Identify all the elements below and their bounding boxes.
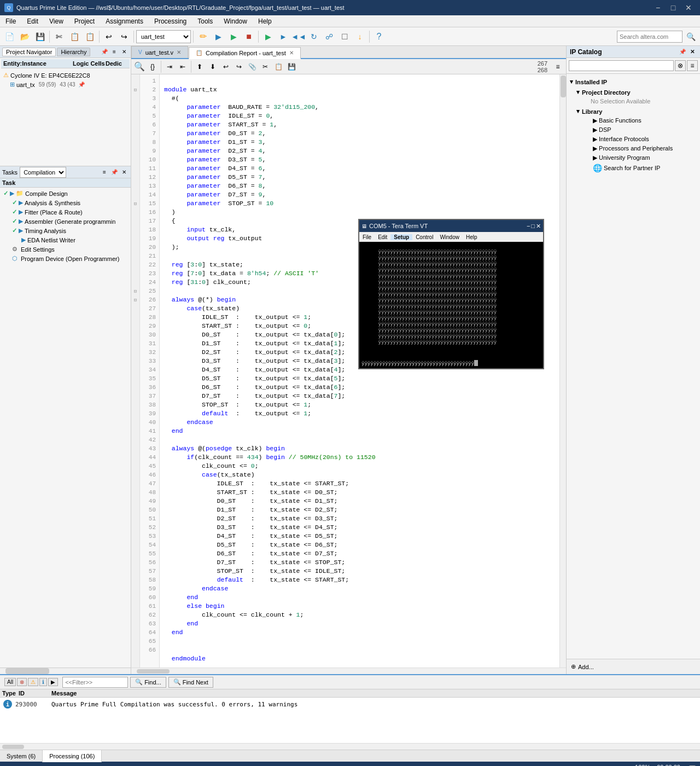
- tt-content[interactable]: ÿÿÿÿÿÿÿÿÿÿÿÿÿÿÿÿÿÿÿÿÿÿÿÿÿÿÿÿÿÿÿÿÿÿÿÿÿÿÿÿ…: [359, 242, 543, 368]
- fold-25[interactable]: ⊟: [131, 287, 139, 295]
- save-button[interactable]: 💾: [33, 30, 47, 44]
- paste-button[interactable]: 📋: [83, 30, 97, 44]
- messages-scrollbar[interactable]: [0, 743, 700, 750]
- fast-fwd-button[interactable]: ◄◄: [291, 30, 306, 44]
- menu-help[interactable]: Help: [253, 15, 277, 27]
- download-button[interactable]: ↓: [353, 30, 367, 44]
- assembler-item[interactable]: ✓ ▶ Assembler (Generate programmin: [1, 217, 130, 226]
- left-scrollbar[interactable]: [0, 668, 131, 674]
- et-back-btn[interactable]: ↩: [220, 61, 232, 73]
- timing-item[interactable]: ✓ ▶ Timing Analysis: [1, 226, 130, 235]
- tt-menu-edit[interactable]: Edit: [375, 234, 390, 240]
- warning-filter-btn[interactable]: ⚠: [28, 678, 38, 686]
- menu-processing[interactable]: Processing: [149, 15, 192, 27]
- uart-tx-item[interactable]: ⊞ uart_tx 59 (59) 43 (43 📌: [1, 80, 130, 89]
- minimize-button[interactable]: −: [651, 2, 665, 13]
- tt-menu-setup[interactable]: Setup: [390, 234, 412, 240]
- compile-design-group[interactable]: ✓ ▶ 📁 Compile Design: [1, 189, 130, 198]
- eda-item[interactable]: ▶ EDA Netlist Writer: [1, 235, 130, 245]
- menu-window[interactable]: Window: [218, 15, 253, 27]
- et-fwd-btn[interactable]: ↪: [233, 61, 245, 73]
- program-device-item[interactable]: ⬡ Program Device (Open Programmer): [1, 254, 130, 263]
- menu-assignments[interactable]: Assignments: [100, 15, 149, 27]
- nav-close-button[interactable]: ✕: [120, 48, 129, 56]
- ip-university[interactable]: ▶ University Program: [584, 153, 698, 163]
- start-button[interactable]: ▶: [261, 30, 275, 44]
- all-filter-btn[interactable]: All: [4, 678, 16, 686]
- et-cut-btn[interactable]: ✂: [259, 61, 271, 73]
- et-lines-btn[interactable]: ≡: [552, 61, 564, 73]
- et-save-btn[interactable]: 💾: [285, 61, 298, 73]
- menu-edit[interactable]: Edit: [21, 15, 44, 27]
- menu-tools[interactable]: Tools: [192, 15, 218, 27]
- add-ip-button[interactable]: ⊕ Add...: [567, 659, 700, 674]
- menu-project[interactable]: Project: [69, 15, 100, 27]
- tab-r-close[interactable]: ✕: [289, 50, 294, 56]
- message-filter-input[interactable]: [62, 677, 128, 688]
- fitter-item[interactable]: ✓ ▶ Fitter (Place & Route): [1, 207, 130, 217]
- menu-view[interactable]: View: [44, 15, 69, 27]
- tab-uart-test-v[interactable]: V uart_test.v ✕: [131, 46, 188, 58]
- processing-tab[interactable]: Processing (106): [43, 750, 102, 762]
- help-button[interactable]: ?: [372, 30, 386, 44]
- compile-button[interactable]: ▶: [226, 30, 241, 44]
- task-pin-btn[interactable]: 📌: [110, 168, 119, 177]
- fold-15[interactable]: ⊟: [131, 199, 139, 208]
- rewind-button[interactable]: ↻: [307, 30, 321, 44]
- ip-search-button[interactable]: ⊗: [675, 60, 686, 71]
- ip-project-dir-header[interactable]: ▾ Project Directory: [575, 88, 698, 97]
- tt-restore-btn[interactable]: □: [531, 223, 535, 230]
- ip-search-input[interactable]: [569, 60, 674, 71]
- ip-pin-btn[interactable]: 📌: [678, 48, 687, 56]
- project-dropdown[interactable]: uart_test: [136, 30, 191, 43]
- nav-menu-button[interactable]: ≡: [110, 48, 119, 56]
- restore-button[interactable]: □: [666, 2, 680, 13]
- network-button[interactable]: ☍: [322, 30, 336, 44]
- edit-settings-item[interactable]: ⚙ Edit Settings: [1, 245, 130, 254]
- search-button[interactable]: 🔍: [684, 30, 698, 44]
- hierarchy-tab[interactable]: Hierarchy: [57, 48, 90, 56]
- ip-close-btn[interactable]: ✕: [688, 48, 697, 56]
- new-file-button[interactable]: 📄: [2, 30, 16, 44]
- task-close-btn[interactable]: ✕: [120, 168, 129, 177]
- ip-dsp[interactable]: ▶ DSP: [584, 125, 698, 135]
- step-button[interactable]: ►: [276, 30, 290, 44]
- ip-library-header[interactable]: ▾ Library: [575, 107, 698, 116]
- open-file-button[interactable]: 📂: [18, 30, 32, 44]
- info-filter-btn[interactable]: ℹ: [39, 678, 47, 686]
- et-clip-btn[interactable]: 📎: [246, 61, 258, 73]
- rtl-button[interactable]: ▶: [211, 30, 225, 44]
- fold-26[interactable]: ⊟: [131, 295, 139, 304]
- tt-menu-window[interactable]: Window: [436, 234, 463, 240]
- tt-close-btn[interactable]: ✕: [536, 223, 541, 230]
- edit-button[interactable]: ✏: [196, 30, 210, 44]
- copy-button[interactable]: 📋: [67, 30, 81, 44]
- find-button[interactable]: 🔍 Find...: [130, 677, 166, 688]
- et-next-btn[interactable]: ⬇: [207, 61, 219, 73]
- ip-partner[interactable]: 🌐 Search for Partner IP: [584, 163, 698, 173]
- fold-2[interactable]: ⊟: [131, 85, 139, 94]
- nav-pin-button[interactable]: 📌: [100, 48, 109, 56]
- et-indent-btn[interactable]: ⇥: [164, 61, 176, 73]
- analysis-synthesis-item[interactable]: ✓ ▶ Analysis & Synthesis: [1, 198, 130, 207]
- system-tab[interactable]: System (6): [0, 750, 43, 762]
- extra-filter-btn[interactable]: ▶: [48, 678, 58, 686]
- menu-file[interactable]: File: [0, 15, 21, 27]
- et-prev-btn[interactable]: ⬆: [194, 61, 206, 73]
- ip-interface-protocols[interactable]: ▶ Interface Protocols: [584, 135, 698, 144]
- search-altera-input[interactable]: [617, 31, 682, 43]
- tab-v-close[interactable]: ✕: [177, 49, 181, 55]
- project-navigator-tab[interactable]: Project Navigator: [2, 48, 56, 56]
- tt-menu-file[interactable]: File: [359, 234, 375, 240]
- chip-button[interactable]: ☐: [337, 30, 352, 44]
- task-list-btn[interactable]: ≡: [100, 168, 109, 177]
- close-button[interactable]: ✕: [681, 2, 696, 13]
- tt-menu-control[interactable]: Control: [412, 234, 436, 240]
- stop-button[interactable]: ■: [242, 30, 256, 44]
- find-next-button[interactable]: 🔍 Find Next: [168, 677, 213, 688]
- et-bookmark-btn[interactable]: {}: [147, 61, 159, 73]
- code-vertical-scrollbar[interactable]: [559, 74, 566, 668]
- tera-term-window[interactable]: 🖥 COM5 - Tera Term VT − □ ✕ File Edit Se…: [358, 219, 544, 369]
- et-search-btn[interactable]: 🔍: [133, 61, 145, 73]
- ip-basic-functions[interactable]: ▶ Basic Functions: [584, 116, 698, 125]
